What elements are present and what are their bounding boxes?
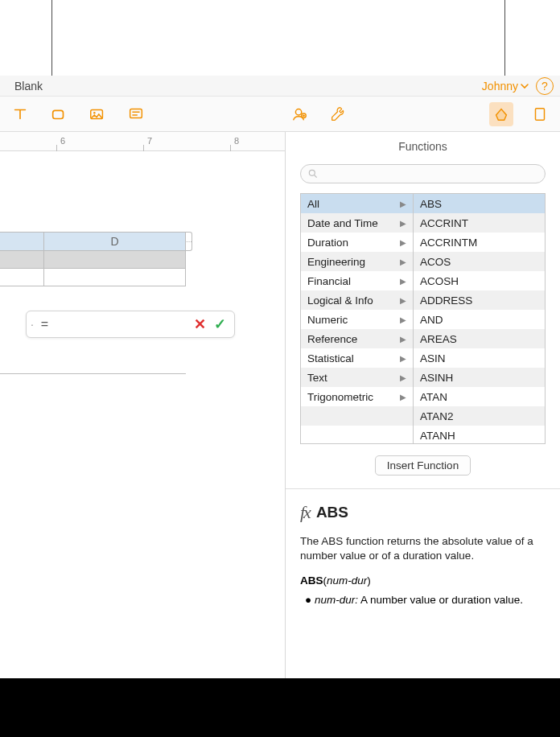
category-item[interactable]: Duration▶ <box>301 233 413 252</box>
fx-icon: fx <box>300 502 310 523</box>
formula-editor[interactable]: ∙ = ✕ ✓ <box>26 311 235 338</box>
insert-function-button[interactable]: Insert Function <box>375 455 471 476</box>
function-item[interactable]: ACCRINT <box>414 213 545 233</box>
sidebar-title: Functions <box>286 132 560 164</box>
svg-point-7 <box>309 170 315 175</box>
category-item[interactable]: Logical & Info▶ <box>301 290 413 310</box>
doc-title[interactable]: Blank <box>3 80 43 93</box>
search-icon <box>307 168 319 179</box>
functions-sidebar: Functions All▶Date and Time▶Duration▶Eng… <box>285 132 560 679</box>
category-list[interactable]: All▶Date and Time▶Duration▶Engineering▶F… <box>301 194 414 443</box>
collaborate-button[interactable] <box>287 102 311 126</box>
function-item[interactable]: ATANH <box>414 426 545 443</box>
function-params: ●num-dur: A number value or duration val… <box>286 593 560 607</box>
category-item[interactable]: Date and Time▶ <box>301 213 413 233</box>
media-tool-button[interactable] <box>85 102 109 126</box>
function-item[interactable]: ACOS <box>414 252 545 271</box>
equals-sign: = <box>38 317 51 331</box>
function-name-heading: ABS <box>316 504 348 521</box>
tools-button[interactable] <box>326 102 350 126</box>
svg-rect-3 <box>130 109 142 117</box>
function-item[interactable]: ABS <box>414 194 545 213</box>
function-item[interactable]: ASIN <box>414 348 545 368</box>
shape-tool-button[interactable] <box>47 102 71 126</box>
category-item[interactable]: Statistical▶ <box>301 348 413 368</box>
title-bar: Blank Johnny ? <box>0 76 560 97</box>
text-tool-button[interactable] <box>8 102 32 126</box>
category-item[interactable]: Reference▶ <box>301 329 413 348</box>
accept-formula-button[interactable]: ✓ <box>212 315 234 333</box>
function-item[interactable]: ADDRESS <box>414 290 545 310</box>
function-description: The ABS function returns the absolute va… <box>286 534 560 574</box>
function-item[interactable]: ATAN <box>414 387 545 406</box>
help-button[interactable]: ? <box>536 77 554 95</box>
toolbar <box>0 97 560 132</box>
svg-rect-6 <box>536 108 545 120</box>
svg-point-2 <box>93 111 96 113</box>
function-item[interactable]: ACOSH <box>414 271 545 290</box>
category-item[interactable]: Financial▶ <box>301 271 413 290</box>
svg-rect-0 <box>53 110 64 118</box>
column-d-header[interactable]: D <box>44 232 186 251</box>
category-item[interactable]: All▶ <box>301 194 413 213</box>
svg-point-4 <box>295 109 301 114</box>
category-item[interactable]: Engineering▶ <box>301 252 413 271</box>
document-canvas[interactable]: 6 7 8 D ⋯ <box>0 132 285 679</box>
category-item[interactable]: Trigonometric▶ <box>301 387 413 406</box>
formula-editor-handle[interactable]: ∙ <box>27 318 38 331</box>
column-add-handle[interactable]: ⋯ <box>186 232 192 251</box>
category-item[interactable]: Text▶ <box>301 368 413 387</box>
function-item[interactable]: ASINH <box>414 368 545 387</box>
function-item[interactable]: ACCRINTM <box>414 233 545 252</box>
function-list[interactable]: ABSACCRINTACCRINTMACOSACOSHADDRESSANDARE… <box>414 194 545 443</box>
cancel-formula-button[interactable]: ✕ <box>187 315 212 333</box>
document-panel-button[interactable] <box>528 102 552 126</box>
function-item[interactable]: AREAS <box>414 329 545 348</box>
function-item[interactable]: ATAN2 <box>414 406 545 426</box>
format-panel-button[interactable] <box>489 102 513 126</box>
collaborator-name[interactable]: Johnny <box>482 80 518 93</box>
ruler: 6 7 8 <box>0 132 285 151</box>
function-search-input[interactable] <box>300 164 546 183</box>
collaborator-menu-caret[interactable] <box>520 81 529 91</box>
function-item[interactable]: AND <box>414 310 545 329</box>
category-item[interactable]: Numeric▶ <box>301 310 413 329</box>
formula-input[interactable] <box>51 311 187 337</box>
spreadsheet-table[interactable]: D ⋯ <box>0 232 192 286</box>
function-signature: ABS(num-dur) <box>286 574 560 593</box>
comment-tool-button[interactable] <box>124 102 148 126</box>
bottom-bar <box>0 678 560 737</box>
